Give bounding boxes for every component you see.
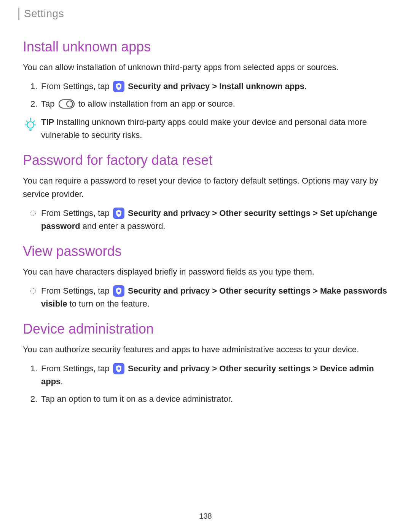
list-item: From Settings, tap Security and privacy … (41, 207, 388, 233)
step-text-suffix: to allow installation from an app or sou… (76, 99, 235, 109)
step-text: Tap an option to turn it on as a device … (41, 394, 233, 404)
svg-point-13 (118, 212, 120, 214)
page-header: Settings (18, 8, 388, 20)
lightbulb-icon (23, 117, 38, 132)
page-number: 138 (0, 512, 411, 521)
step-text-suffix: to turn on the feature. (67, 299, 149, 308)
step-text-prefix: From Settings, tap (41, 364, 112, 373)
svg-point-3 (67, 101, 73, 107)
step-text-prefix: From Settings, tap (41, 286, 112, 296)
list-item: Tap to allow installation from an app or… (41, 97, 388, 110)
shield-icon (113, 208, 124, 219)
svg-point-1 (118, 85, 120, 88)
step-text-prefix: From Settings, tap (41, 208, 112, 218)
heading-view-passwords: View passwords (23, 243, 388, 259)
breadcrumb-title: Settings (24, 8, 388, 20)
step-text-suffix: . (304, 81, 307, 91)
svg-point-17 (118, 367, 120, 370)
shield-icon (113, 363, 124, 374)
list-item: From Settings, tap Security and privacy … (41, 362, 388, 388)
tip-callout: TIP Installing unknown third-party apps … (23, 116, 388, 142)
intro-install: You can allow installation of unknown th… (23, 61, 388, 74)
step-text-prefix: From Settings, tap (41, 81, 112, 91)
intro-device-admin: You can authorize security features and … (23, 343, 388, 356)
heading-password-reset: Password for factory data reset (23, 152, 388, 168)
shield-icon (113, 81, 124, 92)
intro-password-reset: You can require a password to reset your… (23, 174, 388, 200)
list-item: From Settings, tap Security and privacy … (41, 80, 388, 93)
list-item: From Settings, tap Security and privacy … (41, 284, 388, 310)
step-text-suffix: and enter a password. (80, 221, 166, 231)
view-passwords-steps: From Settings, tap Security and privacy … (23, 284, 388, 310)
heading-install-unknown-apps: Install unknown apps (23, 39, 388, 55)
install-steps: From Settings, tap Security and privacy … (23, 80, 388, 110)
password-reset-steps: From Settings, tap Security and privacy … (23, 207, 388, 233)
heading-device-admin: Device administration (23, 321, 388, 337)
svg-point-4 (27, 122, 34, 128)
device-admin-steps: From Settings, tap Security and privacy … (23, 362, 388, 406)
step-text-bold: Security and privacy > Install unknown a… (128, 81, 304, 91)
tip-label: TIP (41, 117, 54, 127)
svg-point-15 (118, 289, 120, 292)
step-text-prefix: Tap (41, 99, 57, 109)
list-item: Tap an option to turn it on as a device … (41, 393, 388, 406)
tip-body: Installing unknown third-party apps coul… (41, 117, 367, 140)
step-text-suffix: . (61, 377, 63, 386)
tip-content: TIP Installing unknown third-party apps … (41, 116, 388, 142)
intro-view-passwords: You can have characters displayed briefl… (23, 265, 388, 278)
toggle-off-icon (59, 99, 75, 109)
shield-icon (113, 285, 124, 297)
svg-line-8 (27, 121, 28, 123)
svg-line-9 (33, 121, 35, 123)
